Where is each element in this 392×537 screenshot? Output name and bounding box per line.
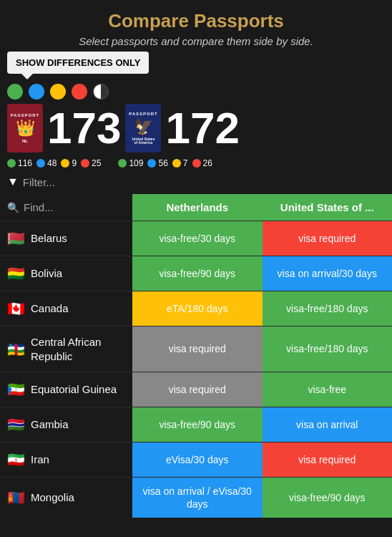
stat-dot-blue	[36, 159, 45, 168]
dot-blue[interactable]	[29, 84, 44, 100]
passport-comparison-row: PASSPORT 👑 NL 173 PASSPORT 🦅 United Stat…	[0, 104, 392, 153]
country-name: Central African Republic	[31, 335, 125, 363]
country-name: Bolivia	[31, 266, 62, 281]
stat-nl-red: 25	[81, 158, 101, 168]
cell-nl: visa-free/90 days	[132, 407, 263, 442]
stat-nl-blue: 48	[36, 158, 57, 168]
table-row: 🇨🇫 Central African Republic visa require…	[0, 326, 392, 372]
stat-nl-yellow: 9	[61, 158, 77, 168]
col-header-us: United States of ...	[263, 194, 393, 221]
filter-text[interactable]: Filter...	[23, 176, 55, 188]
cell-nl: visa-free/90 days	[132, 256, 263, 291]
cell-nl: visa required	[132, 326, 263, 372]
cell-us: visa-free/180 days	[263, 291, 393, 326]
country-cell: 🇨🇦 Canada	[0, 291, 132, 326]
country-name: Belarus	[31, 231, 67, 246]
cell-us: visa required	[263, 221, 393, 256]
flag-icon: 🇧🇴	[7, 265, 25, 282]
cell-us: visa-free/90 days	[263, 478, 393, 518]
header: Compare Passports Select passports and c…	[0, 0, 392, 52]
table-row: 🇬🇲 Gambia visa-free/90 days visa on arri…	[0, 407, 392, 442]
table-row: 🇬🇶 Equatorial Guinea visa required visa-…	[0, 372, 392, 407]
stat-us-yellow: 7	[172, 158, 188, 168]
flag-icon: 🇮🇷	[7, 451, 25, 468]
page-title: Compare Passports	[7, 10, 385, 32]
stat-us-dot-green	[118, 159, 127, 168]
cell-us: visa on arrival	[263, 407, 393, 442]
table-row: 🇨🇦 Canada eTA/180 days visa-free/180 day…	[0, 291, 392, 326]
passport-us-score: 172	[165, 106, 239, 150]
flag-icon: 🇨🇫	[7, 341, 25, 358]
country-cell: 🇲🇳 Mongolia	[0, 478, 132, 518]
stat-us-blue-num: 56	[158, 158, 167, 168]
cell-nl: visa on arrival / eVisa/30 days	[132, 478, 263, 518]
stat-dot-green	[7, 159, 16, 168]
page-subtitle: Select passports and compare them side b…	[7, 35, 385, 47]
passport-nl-country: NL	[22, 139, 28, 144]
passport-us[interactable]: PASSPORT 🦅 United Statesof America	[125, 104, 161, 153]
stat-dot-red	[81, 159, 89, 168]
country-name: Mongolia	[31, 490, 74, 505]
table-row: 🇮🇷 Iran eVisa/30 days visa required	[0, 442, 392, 477]
stat-us-blue: 56	[147, 158, 167, 168]
dot-green[interactable]	[7, 84, 23, 100]
tooltip-label: SHOW DIFFERENCES ONLY	[16, 57, 140, 68]
dot-red[interactable]	[72, 84, 87, 100]
search-field[interactable]: 🔍 Find...	[0, 194, 132, 221]
country-cell: 🇨🇫 Central African Republic	[0, 326, 132, 372]
cell-us: visa on arrival/30 days	[263, 256, 393, 291]
dot-yellow[interactable]	[50, 84, 66, 100]
stat-nl-yellow-num: 9	[72, 158, 77, 168]
filter-icon: ▼	[7, 175, 19, 188]
passport-us-label: PASSPORT	[129, 112, 158, 116]
col-header-nl: Netherlands	[132, 194, 263, 221]
table-body: 🇧🇾 Belarus visa-free/30 days visa requir…	[0, 221, 392, 518]
country-name: Iran	[31, 453, 49, 467]
cell-nl: eVisa/30 days	[132, 442, 263, 477]
flag-icon: 🇧🇾	[7, 230, 25, 247]
stats-row: 116 48 9 25 109 56 7 26	[0, 157, 392, 170]
color-dots-row	[0, 79, 392, 104]
dot-half[interactable]	[93, 84, 109, 100]
country-name: Gambia	[31, 417, 69, 432]
cell-us: visa-free/180 days	[263, 326, 393, 372]
passport-nl-label: PASSPORT	[11, 113, 40, 117]
search-placeholder: Find...	[24, 201, 54, 213]
country-cell: 🇧🇴 Bolivia	[0, 256, 132, 291]
stat-nl-blue-num: 48	[47, 158, 57, 168]
country-cell: 🇮🇷 Iran	[0, 442, 132, 477]
cell-us: visa required	[263, 442, 393, 477]
passport-nl[interactable]: PASSPORT 👑 NL	[7, 104, 43, 153]
stat-us-red: 26	[192, 158, 212, 168]
tooltip-box[interactable]: SHOW DIFFERENCES ONLY	[7, 52, 149, 74]
table-row: 🇧🇴 Bolivia visa-free/90 days visa on arr…	[0, 256, 392, 291]
stat-us-dot-red	[192, 159, 201, 168]
country-cell: 🇬🇶 Equatorial Guinea	[0, 372, 132, 407]
tooltip-container: SHOW DIFFERENCES ONLY	[0, 52, 392, 74]
filter-row: ▼ Filter...	[0, 170, 392, 194]
cell-us: visa-free	[263, 372, 393, 407]
table-row: 🇲🇳 Mongolia visa on arrival / eVisa/30 d…	[0, 477, 392, 518]
stat-nl-green: 116	[7, 158, 32, 168]
stat-dot-yellow	[61, 159, 69, 168]
stat-us-red-num: 26	[203, 158, 212, 168]
stat-us-dot-yellow	[172, 159, 181, 168]
flag-icon: 🇬🇶	[7, 381, 25, 398]
search-icon: 🔍	[7, 202, 19, 213]
stat-nl-green-num: 116	[18, 158, 32, 168]
cell-nl: visa required	[132, 372, 263, 407]
cell-nl: eTA/180 days	[132, 291, 263, 326]
country-cell: 🇧🇾 Belarus	[0, 221, 132, 256]
table-row: 🇧🇾 Belarus visa-free/30 days visa requir…	[0, 221, 392, 256]
table-header: 🔍 Find... Netherlands United States of .…	[0, 194, 392, 221]
stat-us-green: 109	[118, 158, 143, 168]
flag-icon: 🇲🇳	[7, 489, 25, 506]
flag-icon: 🇬🇲	[7, 416, 25, 433]
country-name: Canada	[31, 301, 69, 316]
stat-us-yellow-num: 7	[183, 158, 188, 168]
stat-nl-red-num: 25	[92, 158, 101, 168]
passport-us-country: United Statesof America	[132, 137, 155, 145]
cell-nl: visa-free/30 days	[132, 221, 263, 256]
country-name: Equatorial Guinea	[31, 382, 117, 397]
passport-nl-score: 173	[47, 106, 121, 150]
